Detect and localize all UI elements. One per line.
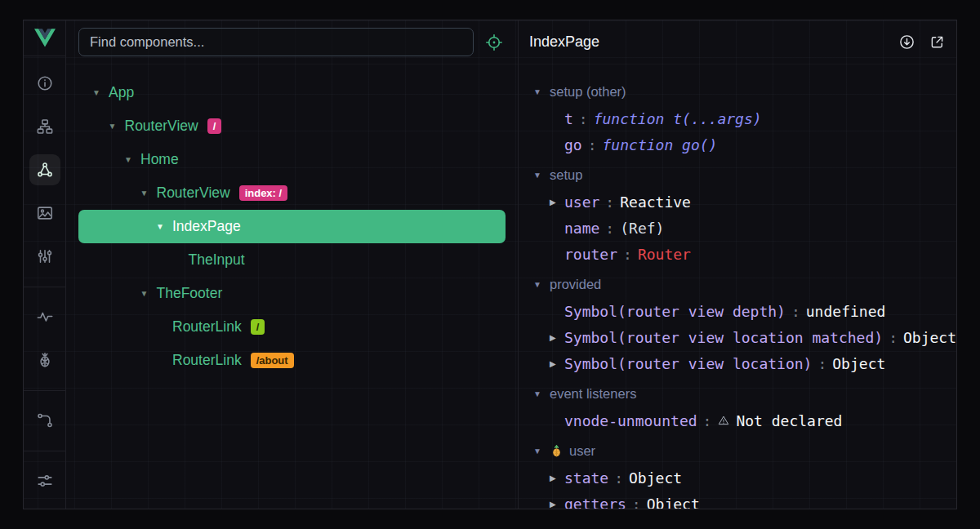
state-value: Reactive (620, 193, 691, 211)
inspector-header: IndexPage (519, 20, 956, 64)
state-section: ▼setup (other)t:function t(...args)go:fu… (533, 78, 956, 158)
options-icon[interactable] (29, 241, 60, 272)
inspect-component-icon[interactable] (484, 33, 504, 52)
state-entry[interactable]: ▶getters:Object (533, 491, 956, 509)
state-key: vnode-unmounted (564, 412, 697, 429)
section-header-event-listeners[interactable]: ▼event listeners (533, 380, 956, 407)
expand-caret-icon[interactable]: ▶ (550, 333, 564, 342)
tree-item-routerlink[interactable]: ▼RouterLink/about (78, 344, 506, 377)
key-value-separator: : (579, 110, 588, 127)
state-value: Not declared (736, 412, 842, 429)
rail-divider (24, 390, 65, 391)
assets-icon[interactable] (29, 198, 60, 229)
search-input[interactable] (78, 28, 474, 56)
scroll-to-component-icon[interactable] (898, 33, 915, 51)
state-entry: router:Router (533, 241, 956, 267)
pinia-store-icon (550, 444, 564, 458)
section-caret-icon[interactable]: ▼ (533, 447, 544, 456)
state-entry[interactable]: ▶Symbol(router view location):Object (533, 350, 956, 376)
route-badge: / (207, 118, 222, 134)
section-header-provided[interactable]: ▼provided (533, 270, 956, 298)
expand-caret-icon[interactable]: ▼ (109, 122, 118, 131)
component-name: Home (140, 151, 179, 168)
expand-caret-icon[interactable]: ▼ (92, 88, 101, 97)
tree-panel-header (66, 20, 518, 64)
state-entry: go:function go() (533, 131, 956, 158)
state-value: Router (638, 246, 691, 263)
state-entry[interactable]: ▶user:Reactive (533, 189, 956, 215)
section-label: setup (other) (550, 84, 626, 100)
key-value-separator: : (791, 303, 800, 320)
section-caret-icon[interactable]: ▼ (533, 87, 544, 96)
expand-caret-icon[interactable]: ▼ (140, 289, 149, 298)
component-hierarchy-icon[interactable] (29, 111, 60, 142)
expand-caret-icon[interactable]: ▼ (140, 189, 149, 198)
component-name: RouterView (157, 184, 230, 202)
state-value: function t(...args) (594, 110, 762, 127)
key-value-separator: : (605, 193, 614, 211)
state-entry[interactable]: ▶state:Object (533, 465, 956, 491)
section-header-setup-other-[interactable]: ▼setup (other) (533, 78, 956, 105)
expand-caret-icon[interactable]: ▶ (550, 500, 564, 509)
route-badge: / (251, 319, 265, 335)
info-icon[interactable] (29, 68, 60, 99)
expand-caret-icon[interactable]: ▶ (550, 359, 564, 368)
devtools-window: ▼App▼RouterView/▼Home▼RouterViewindex: /… (23, 20, 957, 509)
tree-item-routerlink[interactable]: ▼RouterLink/ (78, 310, 506, 344)
component-name: IndexPage (172, 218, 241, 235)
state-entry: t:function t(...args) (533, 105, 956, 131)
open-in-editor-icon[interactable] (929, 33, 946, 51)
router-icon[interactable] (29, 405, 60, 436)
state-key: Symbol(router view depth) (564, 303, 786, 320)
component-name: RouterLink (172, 352, 242, 369)
state-value: function go() (603, 136, 718, 153)
component-state: ▼setup (other)t:function t(...args)go:fu… (519, 64, 956, 509)
expand-caret-icon[interactable]: ▼ (124, 155, 133, 164)
settings-icon[interactable] (29, 465, 60, 496)
tree-item-indexpage[interactable]: ▼IndexPage (78, 210, 506, 243)
expand-caret-icon[interactable]: ▼ (156, 222, 165, 231)
component-tree-panel: ▼App▼RouterView/▼Home▼RouterViewindex: /… (66, 20, 519, 509)
expand-caret-icon[interactable]: ▶ (550, 473, 564, 482)
expand-caret-icon[interactable]: ▶ (550, 198, 564, 207)
state-key: name (564, 220, 599, 237)
state-entry: Symbol(router view depth):undefined (533, 298, 956, 324)
activity-sidebar (24, 20, 66, 509)
key-value-separator: : (632, 496, 641, 509)
tree-item-routerview[interactable]: ▼RouterView/ (78, 109, 506, 143)
rail-divider (24, 287, 65, 287)
components-icon[interactable] (29, 154, 60, 185)
tree-item-theinput[interactable]: ▼TheInput (78, 243, 506, 277)
vue-logo-icon (34, 29, 56, 47)
state-value: (Ref) (620, 220, 664, 237)
state-section: ▼event listenersvnode-unmounted:Not decl… (533, 380, 956, 433)
inspector-title: IndexPage (529, 33, 599, 51)
inspector-actions (898, 33, 946, 51)
timeline-icon[interactable] (29, 301, 60, 332)
state-inspector-panel: IndexPage ▼setup (other)t:function t(...… (519, 20, 956, 509)
state-section: ▼setup▶user:Reactivename:(Ref)router:Rou… (533, 161, 956, 267)
state-entry: vnode-unmounted:Not declared (533, 407, 956, 433)
key-value-separator: : (703, 412, 712, 429)
component-name: RouterLink (172, 318, 242, 336)
state-entry[interactable]: ▶Symbol(router view location matched):Ob… (533, 324, 956, 350)
state-section: ▼user▶state:Object▶getters:Object (533, 437, 956, 509)
tree-item-home[interactable]: ▼Home (78, 143, 506, 176)
tree-item-thefooter[interactable]: ▼TheFooter (78, 277, 506, 310)
section-caret-icon[interactable]: ▼ (533, 280, 544, 289)
section-header-setup[interactable]: ▼setup (533, 161, 956, 189)
state-key: Symbol(router view location matched) (564, 329, 883, 346)
state-key: state (564, 469, 608, 487)
tree-item-app[interactable]: ▼App (78, 76, 506, 109)
component-name: TheFooter (157, 285, 223, 302)
rail-divider (24, 451, 65, 451)
state-value: Object (629, 469, 682, 487)
state-value: Object (647, 496, 700, 509)
state-section: ▼providedSymbol(router view depth):undef… (533, 270, 956, 376)
section-header-user[interactable]: ▼user (533, 437, 956, 465)
section-caret-icon[interactable]: ▼ (533, 171, 544, 180)
section-caret-icon[interactable]: ▼ (533, 389, 544, 398)
tree-item-routerview[interactable]: ▼RouterViewindex: / (78, 176, 506, 210)
key-value-separator: : (614, 469, 623, 487)
pinia-icon[interactable] (29, 345, 60, 376)
